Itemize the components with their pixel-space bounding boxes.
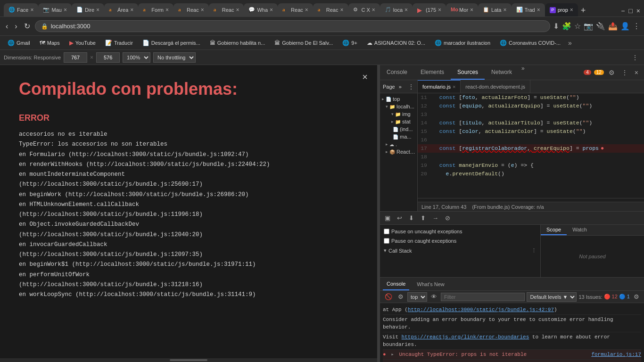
console-filter-input[interactable] (441, 293, 525, 301)
bookmark-covid[interactable]: 🌐 Coronavirus COVID-... (496, 39, 564, 47)
console-level-select[interactable]: Default levels ▼ (527, 292, 577, 302)
refresh-button[interactable]: ↻ (22, 20, 32, 33)
page-tab-label[interactable]: Page (383, 84, 395, 90)
bundle-link[interactable]: http://localhost:3000/static/js/bundle.j… (408, 307, 554, 313)
step-into-button[interactable]: ⬇ (407, 214, 416, 222)
close-tab-icon[interactable]: × (305, 7, 308, 13)
new-tab-button[interactable]: + (578, 6, 589, 16)
step-over-button[interactable]: ↩ (395, 214, 404, 222)
bookmark-gobierno2[interactable]: 🏛 Gobierno De El Salv... (271, 39, 337, 47)
close-tab-icon[interactable]: × (570, 7, 573, 13)
close-tab-icon[interactable]: × (537, 7, 540, 13)
tab-mor[interactable]: Mo Mor × (446, 3, 478, 16)
bookmark-youtube[interactable]: ▶ YouTube (66, 39, 99, 47)
tree-item-cloud[interactable]: ▸ ☁ . (380, 140, 417, 148)
profile-icon[interactable]: 👤 (620, 22, 630, 31)
tree-item-img[interactable]: ▾ 📁 img (380, 110, 417, 118)
tab-loca[interactable]: 🎵 loca × (380, 3, 413, 16)
tab-175[interactable]: ▶ (175 × (413, 3, 446, 16)
console-tab-main[interactable]: Console (383, 278, 409, 290)
tab-sources[interactable]: Sources (451, 65, 485, 80)
close-tab-icon[interactable]: × (340, 7, 343, 13)
console-settings-button[interactable]: ⚙ (396, 292, 405, 301)
more-options-icon[interactable]: ⋮ (630, 53, 640, 62)
star-icon[interactable]: ☆ (574, 22, 581, 31)
close-tab-icon[interactable]: × (96, 7, 99, 13)
close-tab-icon[interactable]: × (64, 7, 67, 13)
close-tab-icon[interactable]: × (372, 7, 375, 13)
watch-tab[interactable]: Watch (567, 225, 593, 235)
width-input[interactable] (64, 52, 87, 63)
tree-item-localhost[interactable]: ▾ 📁 localh... (380, 103, 417, 110)
tab-reac3[interactable]: a Reac × (278, 3, 313, 16)
tree-item-index[interactable]: 📄 (ind... (380, 125, 417, 133)
bookmark-permis[interactable]: 📄 Descargá el permis... (139, 39, 204, 47)
more-source-tabs[interactable]: » (399, 84, 402, 90)
pause-uncaught-checkbox[interactable] (384, 229, 389, 234)
download-icon[interactable]: ⬇ (553, 22, 559, 31)
throttle-select[interactable]: No throttling (153, 52, 196, 63)
tab-face[interactable]: 🌐 Face × (4, 3, 38, 16)
eye-icon[interactable]: 👁 (429, 292, 439, 301)
tab-elements[interactable]: Elements (414, 65, 451, 80)
close-tab-icon[interactable]: × (165, 7, 169, 13)
console-tab-whatsnew[interactable]: What's New (413, 278, 448, 290)
menu-icon[interactable]: ⋮ (633, 22, 640, 31)
screenshot-icon[interactable]: 📷 (584, 22, 593, 31)
tree-item-manifest[interactable]: 📄 ma... (380, 133, 417, 140)
bookmark-maps[interactable]: 🗺 Maps (36, 39, 64, 47)
close-code-tab-icon[interactable]: × (453, 84, 455, 90)
pause-caught-checkbox[interactable] (384, 238, 389, 244)
devtools-close-button[interactable]: × (633, 68, 640, 77)
clear-console-button[interactable]: 🚫 (383, 292, 394, 301)
code-tab-formulario[interactable]: formulario.js × (418, 80, 461, 93)
zoom-select[interactable]: 100% (123, 52, 150, 63)
tab-console[interactable]: Console (380, 65, 414, 80)
close-tab-icon[interactable]: × (470, 7, 473, 13)
resume-button[interactable]: ▣ (383, 214, 392, 222)
tab-mau[interactable]: 📷 Mau × (38, 3, 71, 16)
bookmark-9plus[interactable]: 🌐 9+ (339, 39, 361, 47)
tab-form[interactable]: a Form × (138, 3, 173, 16)
tab-trad[interactable]: 📊 Trad × (512, 3, 545, 16)
bookmark-marcador[interactable]: 🌐 marcador ilustracion (431, 39, 494, 47)
expand-arrow[interactable]: ▸ (391, 352, 394, 357)
callstack-more-icon[interactable]: ⋮ (531, 247, 537, 254)
tab-prop[interactable]: P prop × (545, 3, 578, 16)
close-tab-icon[interactable]: × (270, 7, 273, 13)
tab-lata[interactable]: 📋 Lata × (478, 3, 511, 16)
close-tab-icon[interactable]: × (201, 7, 204, 13)
extension-icon[interactable]: 🧩 (562, 22, 571, 31)
tree-item-react[interactable]: ▸ 📦 React ... (380, 148, 417, 156)
code-tab-reactdom[interactable]: react-dom.development.js (461, 80, 530, 93)
close-tab-icon[interactable]: × (504, 7, 507, 13)
url-bar[interactable]: 🔒 localhost:3000 (35, 20, 550, 32)
tree-item-top[interactable]: ▸ 📄 top (380, 95, 417, 103)
cast-icon[interactable]: 📤 (608, 22, 618, 31)
devtools-dock-button[interactable]: ⋮ (619, 68, 630, 77)
tab-wha[interactable]: 💬 Wha × (244, 3, 278, 16)
step-out-button[interactable]: ⬆ (419, 214, 428, 222)
tab-reac4[interactable]: a Reac × (313, 3, 348, 16)
step-button[interactable]: → (430, 214, 440, 222)
close-tab-icon[interactable]: × (236, 7, 239, 13)
call-stack-header[interactable]: ▾ Call Stack ⋮ (380, 246, 540, 255)
scope-tab[interactable]: Scope (541, 225, 567, 235)
bookmark-gmail[interactable]: 🌐 Gmail (4, 39, 34, 47)
more-devtools-tabs[interactable]: » (519, 65, 528, 80)
tab-reac1[interactable]: a Reac × (173, 3, 209, 16)
close-button[interactable]: × (636, 7, 640, 15)
close-tab-icon[interactable]: × (130, 7, 133, 13)
tab-dire[interactable]: 📄 Dire × (72, 3, 104, 16)
tab-reac2[interactable]: a Reac × (209, 3, 244, 16)
error-boundaries-link[interactable]: https://reactjs.org/link/error-boundarie… (402, 334, 529, 340)
bookmark-asignacion[interactable]: ☁ ASIGNACION 02: O... (363, 39, 429, 47)
code-horizontal-scrollbar[interactable] (418, 198, 644, 202)
breakpoints-header[interactable]: Pause on uncaught exceptions (380, 227, 540, 236)
puzzle-icon[interactable]: 🔌 (596, 22, 605, 31)
error-location-link[interactable]: formulario.js:17 (591, 351, 641, 358)
error-close-button[interactable]: × (362, 72, 368, 82)
minimize-button[interactable]: − (621, 7, 625, 15)
file-tree-more-btn[interactable]: ⋮ (408, 83, 414, 90)
bookmark-gobierno1[interactable]: 🏛 Gobierno habilita n... (206, 39, 269, 47)
